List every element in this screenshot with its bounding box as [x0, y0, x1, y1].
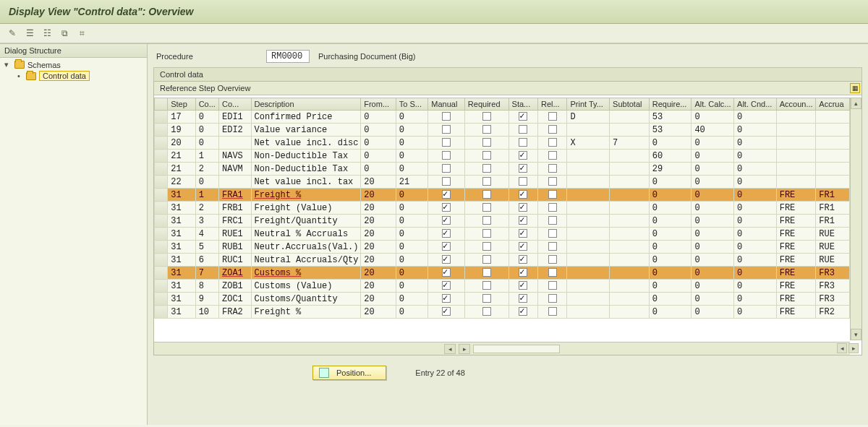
checkbox[interactable] — [482, 294, 491, 303]
row-handle[interactable] — [155, 267, 168, 280]
row-handle[interactable] — [155, 137, 168, 150]
checkbox[interactable] — [519, 216, 527, 225]
checkbox[interactable] — [482, 164, 491, 173]
cell-accrual[interactable] — [816, 111, 850, 124]
cell-subtotal[interactable]: 7 — [610, 137, 650, 150]
cell-manual[interactable] — [428, 176, 465, 189]
checkbox[interactable] — [548, 177, 557, 186]
cell-requirement[interactable]: 0 — [649, 215, 692, 228]
cell-counter[interactable]: 1 — [195, 150, 218, 163]
row-handle[interactable] — [155, 280, 168, 293]
cell-altcalc[interactable]: 0 — [692, 306, 734, 319]
checkbox[interactable] — [442, 268, 451, 277]
row-handle[interactable] — [155, 241, 168, 254]
cell-altcnd[interactable]: 0 — [734, 293, 777, 306]
cell-counter[interactable]: 2 — [195, 163, 218, 176]
cell-relevant[interactable] — [538, 254, 567, 267]
cell-counter[interactable]: 6 — [195, 254, 218, 267]
cell-from[interactable]: 20 — [361, 254, 396, 267]
cell-subtotal[interactable] — [610, 176, 650, 189]
cell-altcalc[interactable]: 40 — [692, 124, 734, 137]
column-header[interactable]: From... — [361, 98, 396, 111]
cell-required[interactable] — [464, 228, 509, 241]
row-handle[interactable] — [155, 215, 168, 228]
cell-altcnd[interactable]: 0 — [734, 306, 777, 319]
cell-relevant[interactable] — [538, 163, 567, 176]
cell-subtotal[interactable] — [610, 267, 650, 280]
table-row[interactable]: 316RUC1Neutral Accruals/Qty200000FRERUE — [155, 254, 850, 267]
cell-counter[interactable]: 10 — [195, 306, 218, 319]
checkbox[interactable] — [482, 229, 491, 238]
cell-subtotal[interactable] — [610, 254, 650, 267]
row-handle[interactable] — [155, 111, 168, 124]
cell-accrual[interactable] — [816, 176, 850, 189]
cell-to[interactable]: 0 — [396, 215, 428, 228]
hscroll-left-icon[interactable]: ◂ — [444, 344, 456, 354]
cell-from[interactable]: 0 — [361, 137, 396, 150]
cell-requirement[interactable]: 0 — [649, 254, 692, 267]
cell-required[interactable] — [464, 111, 509, 124]
column-header[interactable]: Sta... — [509, 98, 537, 111]
checkbox[interactable] — [548, 216, 557, 225]
cell-relevant[interactable] — [538, 267, 567, 280]
checkbox[interactable] — [519, 151, 527, 160]
cell-cond-type[interactable]: FRA1 — [219, 189, 252, 202]
checkbox[interactable] — [519, 281, 527, 290]
cell-manual[interactable] — [428, 124, 465, 137]
table-row[interactable]: 3110FRA2Freight %200000FREFR2 — [155, 306, 850, 319]
cell-to[interactable]: 0 — [396, 267, 428, 280]
checkbox[interactable] — [548, 138, 557, 147]
cell-to[interactable]: 0 — [396, 306, 428, 319]
column-header[interactable]: Alt. Calc... — [692, 98, 734, 111]
cell-subtotal[interactable] — [610, 189, 650, 202]
cell-print[interactable] — [567, 189, 610, 202]
cell-accrual[interactable] — [816, 124, 850, 137]
cell-requirement[interactable]: 0 — [649, 202, 692, 215]
position-button[interactable]: Position... — [312, 366, 386, 380]
cell-accrual[interactable] — [816, 137, 850, 150]
column-header[interactable]: Co... — [219, 98, 252, 111]
cell-manual[interactable] — [428, 280, 465, 293]
cell-to[interactable]: 0 — [396, 189, 428, 202]
cell-account[interactable] — [776, 163, 816, 176]
cell-cond-type[interactable] — [219, 137, 252, 150]
row-handle[interactable] — [155, 293, 168, 306]
cell-to[interactable]: 0 — [396, 111, 428, 124]
checkbox[interactable] — [442, 112, 451, 121]
column-header[interactable]: Require... — [649, 98, 692, 111]
cell-altcalc[interactable]: 0 — [692, 111, 734, 124]
cell-altcalc[interactable]: 0 — [692, 267, 734, 280]
cell-altcalc[interactable]: 0 — [692, 202, 734, 215]
cell-requirement[interactable]: 0 — [649, 280, 692, 293]
checkbox[interactable] — [482, 190, 491, 199]
cell-print[interactable] — [567, 150, 610, 163]
cell-from[interactable]: 20 — [361, 241, 396, 254]
table-row[interactable]: 314RUE1Neutral % Accruals200000FRERUE — [155, 228, 850, 241]
cell-account[interactable] — [776, 137, 816, 150]
cell-print[interactable] — [567, 228, 610, 241]
cell-cond-type[interactable]: FRA2 — [219, 306, 252, 319]
cell-cond-type[interactable]: FRC1 — [219, 215, 252, 228]
cell-description[interactable]: Customs/Quantity — [251, 293, 361, 306]
cell-print[interactable] — [567, 254, 610, 267]
cell-from[interactable]: 0 — [361, 111, 396, 124]
cell-subtotal[interactable] — [610, 215, 650, 228]
column-header[interactable]: Manual — [428, 98, 465, 111]
table-row[interactable]: 317ZOA1Customs %200000FREFR3 — [155, 267, 850, 280]
checkbox[interactable] — [519, 242, 527, 251]
cell-counter[interactable]: 2 — [195, 202, 218, 215]
cell-altcnd[interactable]: 0 — [734, 111, 777, 124]
cell-relevant[interactable] — [538, 228, 567, 241]
cell-required[interactable] — [464, 306, 509, 319]
hscroll-track[interactable] — [473, 345, 560, 353]
cell-statistics[interactable] — [509, 189, 537, 202]
scroll-down-icon[interactable]: ▾ — [851, 329, 861, 340]
checkbox[interactable] — [442, 294, 451, 303]
cell-cond-type[interactable]: ZOA1 — [219, 267, 252, 280]
cell-description[interactable]: Non-Deductible Tax — [251, 163, 361, 176]
table-row[interactable]: 312FRB1Freight (Value)200000FREFR1 — [155, 202, 850, 215]
cell-altcnd[interactable]: 0 — [734, 189, 777, 202]
cell-cond-type[interactable]: RUE1 — [219, 228, 252, 241]
cell-description[interactable]: Neutral % Accruals — [251, 228, 361, 241]
checkbox[interactable] — [482, 268, 491, 277]
